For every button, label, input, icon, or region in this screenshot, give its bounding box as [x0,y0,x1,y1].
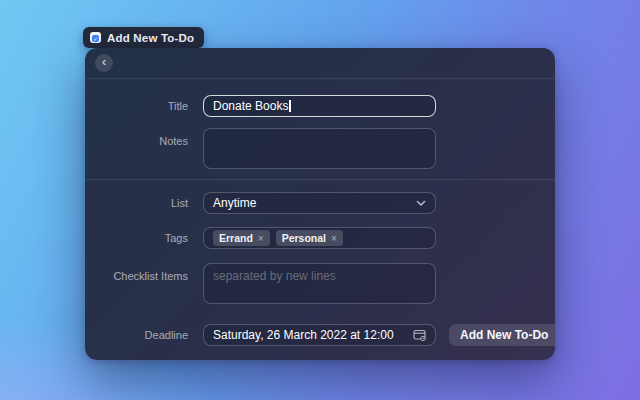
list-row: List Anytime [85,192,555,214]
chevron-down-icon [416,200,426,207]
tag-chip: Personal × [276,230,343,246]
submit-button-label: Add New To-Do [449,328,555,342]
command-tooltip-label: Add New To-Do [107,32,194,44]
list-label: List [85,197,188,209]
tags-input[interactable]: Errand × Personal × [203,227,436,249]
checklist-label: Checklist Items [85,263,188,282]
tag-chip-label: Personal [282,232,326,244]
checklist-row: Checklist Items separated by new lines [85,263,555,304]
notes-row: Notes [85,128,555,169]
list-dropdown[interactable]: Anytime [203,192,436,214]
desktop-background: ✓ Add New To-Do ‹ Title Donate Books Not… [0,0,640,400]
deadline-row: Deadline Saturday, 26 March 2022 at 12:0… [85,324,555,346]
deadline-label: Deadline [85,329,188,341]
notes-input[interactable] [203,128,436,169]
checklist-input[interactable]: separated by new lines [203,263,436,304]
checklist-placeholder: separated by new lines [213,269,336,283]
deadline-value: Saturday, 26 March 2022 at 12:00 [213,328,394,342]
window-header: ‹ [85,48,555,79]
tag-chip: Errand × [213,230,270,246]
todo-form: Title Donate Books Notes List Anytime [85,79,555,346]
title-row: Title Donate Books [85,95,555,117]
notes-label: Notes [85,128,188,147]
remove-tag-icon[interactable]: × [331,233,337,244]
add-todo-submit-button[interactable]: Add New To-Do ↵ [449,324,555,346]
title-input-value: Donate Books [213,99,288,113]
command-tooltip: ✓ Add New To-Do [83,27,204,48]
tags-label: Tags [85,232,188,244]
back-button[interactable]: ‹ [95,54,113,72]
text-cursor [289,100,291,112]
title-input[interactable]: Donate Books [203,95,436,117]
calendar-icon[interactable] [413,329,426,341]
todo-checkbox-icon: ✓ [92,35,99,42]
things-app-icon: ✓ [90,32,101,43]
list-selected-value: Anytime [213,196,256,210]
title-label: Title [85,100,188,112]
add-todo-window: ‹ Title Donate Books Notes List [85,48,555,360]
remove-tag-icon[interactable]: × [258,233,264,244]
tag-chip-label: Errand [219,232,253,244]
deadline-picker[interactable]: Saturday, 26 March 2022 at 12:00 [203,324,436,346]
chevron-left-icon: ‹ [102,56,106,68]
tags-row: Tags Errand × Personal × [85,227,555,249]
section-divider [85,179,555,180]
